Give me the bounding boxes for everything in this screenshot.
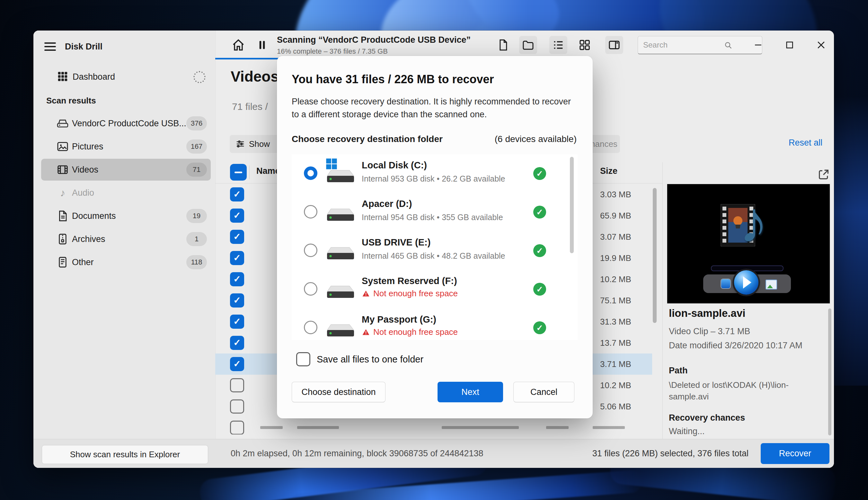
select-all-checkbox[interactable] (230, 164, 247, 181)
document-icon (57, 210, 69, 222)
preview-meta: Video Clip – 3.71 MB (669, 327, 750, 337)
size-column-header[interactable]: Size (600, 166, 617, 176)
row-size: 3.71 MB (600, 353, 631, 375)
count-badge: 19 (186, 209, 207, 223)
name-column-header[interactable]: Name (256, 166, 280, 176)
radio-unselected[interactable] (304, 321, 317, 334)
row-size: 3.07 MB (600, 226, 631, 248)
sidebar-item-documents[interactable]: Documents 19 (41, 205, 211, 227)
file-view-icon[interactable] (494, 36, 512, 54)
reset-all-link[interactable]: Reset all (789, 138, 822, 148)
page-title: Videos (231, 68, 279, 85)
grid-view-icon[interactable] (576, 36, 594, 54)
row-checkbox[interactable]: ✓ (230, 188, 244, 202)
video-preview[interactable]: ♪ (667, 184, 830, 304)
recovery-chances-label: Recovery chances (669, 413, 745, 423)
row-size: 75.1 MB (600, 290, 631, 311)
minimize-button[interactable] (750, 37, 766, 53)
drive-option-f[interactable]: System Reserved (F:) Not enough free spa… (292, 270, 578, 308)
column-divider (249, 166, 250, 179)
sidebar-item-videos[interactable]: Videos 71 (41, 159, 211, 181)
scan-results-section-label: Scan results (46, 96, 96, 106)
maximize-button[interactable] (782, 37, 798, 53)
row-size: 65.9 MB (600, 205, 631, 226)
dashboard-grid-icon (57, 70, 69, 82)
sidebar: Disk Drill Dashboard Scan results Vendor… (33, 31, 216, 439)
row-checkbox[interactable]: ✓ (230, 357, 244, 371)
row-checkbox[interactable]: ✓ (230, 336, 244, 350)
row-checkbox[interactable]: ✓ (230, 272, 244, 286)
file-list-scrollbar[interactable] (653, 188, 657, 323)
show-filter-button[interactable]: Show (230, 135, 280, 153)
drive-name: System Reserved (F:) (362, 276, 457, 286)
drive-option-g[interactable]: My Passport (G:) Not enough free space ✓ (292, 308, 578, 340)
file-icon (57, 256, 69, 268)
drive-icon (326, 165, 355, 183)
sidebar-item-archives[interactable]: Archives 1 (41, 228, 211, 250)
pause-icon[interactable] (256, 38, 268, 52)
picture-frame-button[interactable] (765, 280, 777, 289)
hamburger-menu-icon[interactable] (43, 40, 57, 52)
loading-spinner-icon (193, 71, 206, 83)
close-button[interactable] (813, 37, 829, 53)
radio-unselected[interactable] (304, 282, 317, 296)
drive-option-d[interactable]: Apacer (D:) Internal 954 GB disk • 355 G… (292, 193, 578, 231)
table-row[interactable]: ✓ (215, 417, 652, 434)
preview-date-modified: Date modified 3/26/2020 10:17 AM (669, 341, 802, 351)
home-icon[interactable] (231, 38, 245, 52)
drive-name: Apacer (D:) (362, 198, 412, 209)
radio-unselected[interactable] (304, 205, 317, 218)
search-input[interactable] (638, 36, 762, 54)
play-button[interactable] (734, 270, 759, 295)
folder-icon[interactable] (519, 36, 537, 54)
app-title: Disk Drill (65, 41, 103, 53)
warning-icon (362, 290, 370, 297)
drive-icon (326, 281, 355, 299)
path-value: \Deleted or lost\KODAK (H)\lion-sample.a… (669, 379, 810, 402)
files-summary: 71 files / (232, 101, 268, 112)
wallpaper-streak (289, 470, 643, 500)
row-size: 10.2 MB (600, 375, 631, 396)
show-in-explorer-button[interactable]: Show scan results in Explorer (42, 445, 208, 464)
devices-available-note: (6 devices available) (495, 134, 577, 144)
row-checkbox[interactable]: ✓ (230, 293, 244, 307)
recovery-chances-filter-chip[interactable]: hances (590, 135, 620, 153)
row-checkbox[interactable]: ✓ (230, 230, 244, 244)
count-badge: 118 (186, 255, 207, 269)
row-checkbox[interactable]: ✓ (230, 378, 244, 393)
show-filter-label: Show (249, 139, 270, 149)
drive-icon (326, 319, 355, 338)
save-to-one-folder-checkbox[interactable] (296, 352, 310, 366)
row-checkbox[interactable]: ✓ (230, 399, 244, 413)
radio-selected[interactable] (304, 167, 317, 180)
drive-warning: Not enough free space (362, 327, 458, 337)
row-checkbox[interactable]: ✓ (230, 251, 244, 265)
next-button[interactable]: Next (438, 382, 503, 402)
choose-destination-button[interactable]: Choose destination (292, 382, 385, 402)
sidebar-item-audio[interactable]: ♪ Audio (41, 182, 211, 204)
row-size: 10.2 MB (600, 269, 631, 290)
dialog-title: You have 31 files / 226 MB to recover (292, 72, 494, 86)
sidebar-item-device[interactable]: VendorC ProductCode USB... 376 (41, 113, 211, 134)
sidebar-item-other[interactable]: Other 118 (41, 251, 211, 273)
film-icon (57, 163, 69, 176)
recover-button[interactable]: Recover (761, 443, 830, 464)
list-view-icon[interactable] (549, 36, 567, 54)
drive-list: Local Disk (C:) Internal 953 GB disk • 2… (292, 154, 578, 340)
open-external-icon[interactable] (817, 168, 830, 181)
panel-view-icon[interactable] (605, 36, 623, 54)
drive-list-scrollbar[interactable] (570, 157, 574, 253)
cancel-button[interactable]: Cancel (513, 382, 575, 402)
sidebar-item-pictures[interactable]: Pictures 167 (41, 136, 211, 158)
sidebar-item-dashboard[interactable]: Dashboard (73, 71, 115, 82)
row-checkbox[interactable]: ✓ (230, 421, 244, 434)
row-checkbox[interactable]: ✓ (230, 208, 244, 223)
radio-unselected[interactable] (304, 243, 317, 257)
drive-option-e[interactable]: USB DRIVE (E:) Internal 465 GB disk • 48… (292, 231, 578, 270)
sidebar-item-label: Archives (72, 233, 105, 245)
row-checkbox[interactable]: ✓ (230, 315, 244, 329)
check-icon: ✓ (533, 167, 546, 180)
stop-button[interactable] (721, 279, 730, 288)
preview-panel-scrollbar[interactable] (828, 308, 831, 435)
drive-option-c[interactable]: Local Disk (C:) Internal 953 GB disk • 2… (292, 154, 578, 193)
